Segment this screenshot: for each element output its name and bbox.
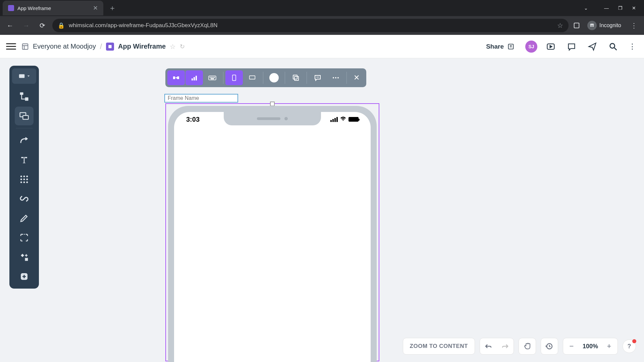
share-icon <box>507 43 515 50</box>
ft-phone-frame[interactable] <box>225 70 243 85</box>
ft-more[interactable] <box>327 70 344 85</box>
tool-add[interactable] <box>15 267 34 286</box>
svg-rect-8 <box>19 74 25 78</box>
svg-point-30 <box>210 77 211 78</box>
phone-bezel[interactable]: 3:03 <box>168 106 377 362</box>
ft-comment[interactable] <box>309 70 326 85</box>
address-bar: ← → ⟳ 🔒 whimsical.com/app-wireframe-Fudp… <box>0 16 644 35</box>
pan-button[interactable] <box>519 338 536 355</box>
new-tab-button[interactable]: ＋ <box>103 3 121 13</box>
search-button[interactable] <box>606 39 621 54</box>
help-button[interactable]: ? <box>623 340 636 353</box>
doc-title[interactable]: App Wireframe <box>118 43 166 50</box>
zoom-out-button[interactable]: − <box>563 338 580 355</box>
breadcrumb-separator: / <box>100 42 102 51</box>
back-button[interactable]: ← <box>4 19 16 32</box>
browser-tab[interactable]: App Wireframe ✕ <box>3 1 103 15</box>
close-tab-icon[interactable]: ✕ <box>93 4 98 12</box>
ft-align[interactable] <box>167 70 185 85</box>
ft-distribute[interactable] <box>185 70 203 85</box>
maximize-icon[interactable]: ❐ <box>618 5 623 11</box>
tool-grid[interactable] <box>15 170 34 189</box>
ft-color[interactable] <box>265 70 283 85</box>
svg-point-40 <box>335 77 336 78</box>
undo-redo-group <box>480 338 514 355</box>
tabs-dropdown-icon[interactable]: ⌄ <box>584 5 588 11</box>
undo-button[interactable] <box>480 338 497 355</box>
svg-rect-29 <box>209 76 216 80</box>
close-window-icon[interactable]: ✕ <box>632 5 636 11</box>
svg-rect-34 <box>211 78 214 79</box>
reload-button[interactable]: ⟳ <box>36 19 48 32</box>
user-avatar[interactable]: SJ <box>525 41 537 53</box>
selection-handle-top[interactable] <box>270 102 275 106</box>
tool-mode-selector[interactable] <box>12 68 36 84</box>
share-button[interactable]: Share <box>481 40 519 53</box>
browser-menu-icon[interactable]: ⋮ <box>628 21 640 29</box>
share-label: Share <box>486 43 504 50</box>
bookmark-star-icon[interactable]: ☆ <box>557 21 563 29</box>
frame-name-input[interactable] <box>164 94 238 103</box>
svg-point-14 <box>23 176 25 177</box>
incognito-icon <box>587 21 597 30</box>
svg-rect-0 <box>574 23 579 28</box>
svg-point-20 <box>23 181 25 183</box>
tool-components[interactable] <box>15 248 34 266</box>
tool-pencil[interactable] <box>15 209 34 228</box>
zoom-in-button[interactable]: + <box>601 338 618 355</box>
incognito-badge[interactable]: Incognito <box>585 21 624 30</box>
svg-point-31 <box>211 77 212 78</box>
zoom-level[interactable]: 100% <box>580 343 601 350</box>
svg-point-2 <box>592 25 594 27</box>
tool-connector[interactable] <box>15 131 34 150</box>
history-button[interactable] <box>541 338 558 355</box>
zoom-to-content-button[interactable]: ZOOM TO CONTENT <box>403 338 475 355</box>
tab-bar: App Wireframe ✕ ＋ ⌄ — ❐ ✕ <box>0 0 644 16</box>
svg-point-16 <box>20 179 22 180</box>
tool-text[interactable] <box>15 150 34 169</box>
comments-button[interactable] <box>564 39 579 54</box>
ft-keyboard[interactable] <box>204 70 221 85</box>
zoom-controls: − 100% + <box>563 338 618 355</box>
svg-point-18 <box>26 179 28 180</box>
svg-rect-36 <box>250 76 255 79</box>
redo-button[interactable] <box>497 338 514 355</box>
left-toolbar <box>9 66 39 289</box>
svg-point-15 <box>26 176 28 177</box>
svg-rect-38 <box>294 76 299 80</box>
extensions-icon[interactable] <box>573 21 581 29</box>
svg-point-13 <box>20 176 22 177</box>
window-controls: ⌄ — ❐ ✕ <box>576 5 644 11</box>
svg-rect-24 <box>173 76 175 79</box>
forward-button[interactable]: → <box>20 19 32 32</box>
sync-icon[interactable]: ↻ <box>180 43 185 50</box>
svg-rect-35 <box>232 75 236 81</box>
canvas[interactable]: ✕ 3:03 <box>0 58 644 362</box>
svg-point-32 <box>213 77 213 78</box>
breadcrumb: Everyone at Moodjoy / App Wireframe ☆ ↻ <box>21 42 185 51</box>
url-bar[interactable]: 🔒 whimsical.com/app-wireframe-Fudpau5J3c… <box>52 19 569 32</box>
phone-time: 3:03 <box>186 116 200 123</box>
signal-icon <box>330 117 338 122</box>
url-text: whimsical.com/app-wireframe-Fudpau5J3cGb… <box>69 22 553 29</box>
present-button[interactable] <box>543 39 558 54</box>
battery-icon <box>348 117 359 122</box>
tool-link[interactable] <box>15 189 34 208</box>
send-button[interactable] <box>585 39 600 54</box>
avatar-initials: SJ <box>528 44 534 49</box>
wifi-icon <box>340 116 346 123</box>
svg-rect-3 <box>22 44 28 49</box>
menu-button[interactable] <box>6 42 16 52</box>
tool-flowchart[interactable] <box>15 87 34 106</box>
ft-duplicate[interactable] <box>287 70 305 85</box>
tool-section[interactable] <box>15 228 34 247</box>
tool-wireframe[interactable] <box>15 107 34 125</box>
workspace-name[interactable]: Everyone at Moodjoy <box>33 43 96 50</box>
favorite-star-icon[interactable]: ☆ <box>170 43 176 51</box>
svg-rect-4 <box>108 45 111 48</box>
minimize-icon[interactable]: — <box>604 5 609 11</box>
ft-desktop-frame[interactable] <box>244 70 261 85</box>
more-menu-icon[interactable]: ⋮ <box>627 42 638 51</box>
ft-close-icon[interactable]: ✕ <box>349 73 364 82</box>
svg-point-17 <box>23 179 25 180</box>
